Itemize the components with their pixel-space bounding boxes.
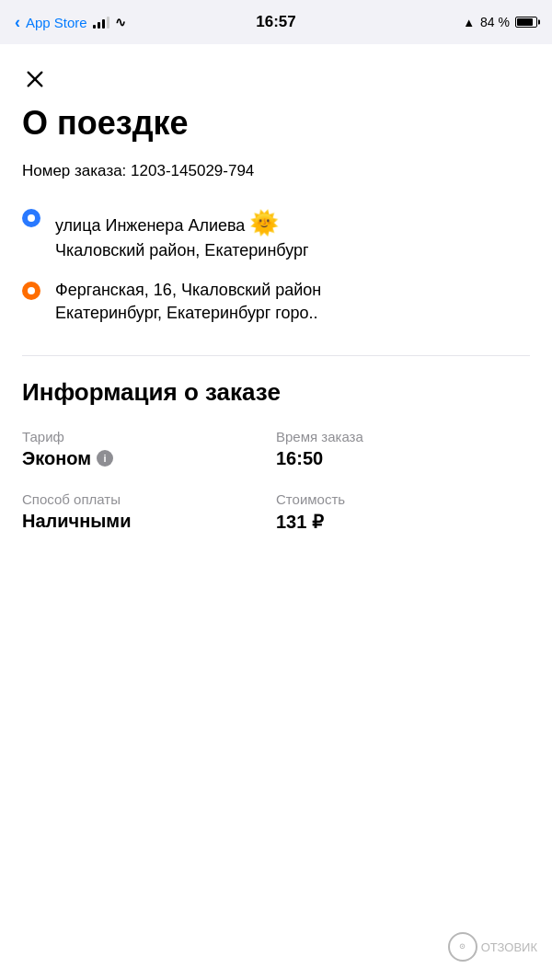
route-to-text: Ферганская, 16, Чкаловский район Екатери… xyxy=(55,279,530,325)
route-to-dot xyxy=(22,282,40,300)
status-time: 16:57 xyxy=(256,13,295,31)
tariff-label: Тариф xyxy=(22,429,276,444)
main-content: О поездке Номер заказа: 1203-145029-794 … xyxy=(0,44,552,592)
time-label: Время заказа xyxy=(276,429,530,444)
tariff-value: Эконом i xyxy=(22,448,276,469)
tariff-info-icon[interactable]: i xyxy=(97,450,113,467)
cost-cell: Стоимость 131 ₽ xyxy=(276,491,530,555)
watermark: ⊙ ОТЗОВИК xyxy=(448,932,537,962)
route-from-text: улица Инженера Алиева 🌞 Чкаловский район… xyxy=(55,206,530,263)
page-title: О поездке xyxy=(22,105,530,142)
cost-label: Стоимость xyxy=(276,491,530,507)
status-left: ‹ App Store ∿ xyxy=(15,13,126,32)
time-value: 16:50 xyxy=(276,448,530,469)
route-from: улица Инженера Алиева 🌞 Чкаловский район… xyxy=(22,206,530,263)
tariff-cell: Тариф Эконом i xyxy=(22,429,276,491)
time-value-text: 16:50 xyxy=(276,448,323,469)
route-from-line2: Чкаловский район, Екатеринбург xyxy=(55,241,309,259)
order-number: Номер заказа: 1203-145029-794 xyxy=(22,162,530,180)
payment-value-text: Наличными xyxy=(22,511,131,532)
info-section: Информация о заказе Тариф Эконом i Время… xyxy=(22,378,530,555)
cost-value-text: 131 ₽ xyxy=(276,511,324,533)
payment-cell: Способ оплаты Наличными xyxy=(22,491,276,555)
order-number-value: 1203-145029-794 xyxy=(131,162,254,179)
app-store-label[interactable]: App Store xyxy=(26,15,87,30)
tariff-value-text: Эконом xyxy=(22,448,91,469)
location-icon: ▲ xyxy=(463,16,475,29)
time-cell: Время заказа 16:50 xyxy=(276,429,530,491)
watermark-text: ОТЗОВИК xyxy=(481,940,537,954)
route-to-line1: Ферганская, 16, Чкаловский район xyxy=(55,281,321,299)
payment-label: Способ оплаты xyxy=(22,491,276,507)
sun-emoji: 🌞 xyxy=(249,209,279,236)
payment-value: Наличными xyxy=(22,511,276,532)
section-divider xyxy=(22,355,530,356)
watermark-icon: ⊙ xyxy=(459,943,466,951)
back-arrow-icon[interactable]: ‹ xyxy=(15,13,20,32)
status-bar: ‹ App Store ∿ 16:57 ▲ 84 % xyxy=(0,0,552,44)
info-grid: Тариф Эконом i Время заказа 16:50 Способ… xyxy=(22,429,530,555)
route-to: Ферганская, 16, Чкаловский район Екатери… xyxy=(22,279,530,325)
battery-percent: 84 % xyxy=(480,15,510,29)
route-from-dot xyxy=(22,209,40,227)
battery-icon xyxy=(515,17,537,28)
close-button[interactable] xyxy=(18,63,52,96)
route-to-line2: Екатеринбург, Екатеринбург горо.. xyxy=(55,304,318,322)
watermark-circle: ⊙ xyxy=(448,932,477,962)
signal-bars-icon xyxy=(93,16,109,29)
cost-value: 131 ₽ xyxy=(276,511,530,533)
route-section: улица Инженера Алиева 🌞 Чкаловский район… xyxy=(22,206,530,326)
wifi-icon: ∿ xyxy=(115,15,126,29)
info-section-title: Информация о заказе xyxy=(22,378,530,407)
status-right: ▲ 84 % xyxy=(463,15,537,29)
route-from-line1: улица Инженера Алиева xyxy=(55,216,249,235)
order-number-label: Номер заказа: xyxy=(22,162,126,179)
